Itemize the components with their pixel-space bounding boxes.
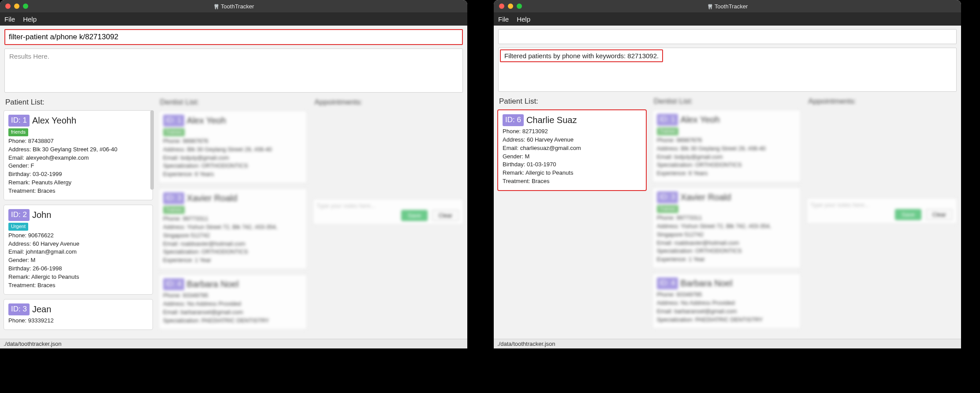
appointments-column: Appointments: Type your notes here... Sa… bbox=[313, 95, 464, 339]
dentist-card[interactable]: ID: 1 Alex Yeoh Trainee Phone: 98987676 … bbox=[158, 110, 308, 183]
patient-email: Email: charliesuaz@gmail.com bbox=[503, 144, 641, 153]
titlebar[interactable]: ToothTracker bbox=[494, 0, 961, 12]
dentist-spec: Specialization: PAEDIATRIC DENTISTRY bbox=[163, 317, 303, 325]
notes-placeholder: Type your notes here... bbox=[810, 202, 869, 208]
patient-name: Alex Yeohh bbox=[32, 114, 76, 127]
patient-list-title: Patient List: bbox=[4, 95, 155, 110]
dentist-email: Email: botjuly@gmail.com bbox=[657, 153, 797, 161]
notes-area[interactable]: Type your notes here... Save Clear bbox=[806, 198, 958, 224]
dentist-email: Email: roaldxavier@hotmail.com bbox=[163, 240, 303, 248]
patient-gender: Gender: M bbox=[503, 153, 641, 161]
dentist-exp: Experience: 1 Year bbox=[163, 256, 303, 265]
dentist-email: Email: barbaranoel@gmail.com bbox=[163, 308, 303, 317]
dentist-name: Barbara Noel bbox=[187, 278, 239, 291]
patient-email: Email: alexyeoh@example.com bbox=[8, 154, 148, 162]
patient-card[interactable]: ID: 2 John Urgent Phone: 90676622 Addres… bbox=[4, 205, 153, 295]
tag-badge: Trainee bbox=[163, 206, 185, 214]
footer-path: ./data/toothtracker.json bbox=[0, 339, 467, 348]
window-title: ToothTracker bbox=[0, 3, 467, 10]
maximize-icon[interactable] bbox=[23, 4, 28, 9]
dentist-address: Address: No Address Provided bbox=[657, 299, 797, 307]
window-title: ToothTracker bbox=[494, 3, 961, 10]
dentist-spec: Specialization: PAEDIATRIC DENTISTRY bbox=[657, 316, 797, 324]
id-chip: ID: 6 bbox=[503, 114, 524, 126]
dentist-list-title: Dentist List: bbox=[652, 94, 803, 109]
dentist-spec: Specialization: ORTHODONTICS bbox=[657, 247, 797, 255]
patient-birthday: Birthday: 03-02-1999 bbox=[8, 170, 148, 179]
dentist-phone: Phone: 99773311 bbox=[657, 214, 797, 222]
patient-list-column: Patient List: ID: 1 Alex Yeohh friends P… bbox=[4, 95, 155, 339]
patient-name: Jean bbox=[32, 303, 51, 316]
dentist-exp: Experience: 6 Years bbox=[163, 170, 303, 179]
id-chip: ID: 1 bbox=[657, 114, 678, 126]
patient-phone: Phone: 82713092 bbox=[503, 127, 641, 136]
dentist-phone: Phone: 99773311 bbox=[163, 215, 303, 223]
menubar: File Help bbox=[494, 12, 961, 26]
patient-address: Address: 60 Harvey Avenue bbox=[503, 136, 641, 144]
patient-card[interactable]: ID: 3 Jean Phone: 93339212 bbox=[4, 299, 153, 330]
patient-card[interactable]: ID: 1 Alex Yeohh friends Phone: 87438807… bbox=[4, 110, 153, 200]
tag-badge: Trainee bbox=[163, 128, 185, 136]
appointments-column: Appointments: Type your notes here... Sa… bbox=[806, 94, 958, 339]
patient-phone: Phone: 87438807 bbox=[8, 137, 148, 146]
patient-treatment: Treatment: Braces bbox=[503, 177, 641, 186]
clear-button[interactable]: Clear bbox=[432, 210, 459, 221]
dentist-address: Address: Yishun Street 72, Blk 742, #03-… bbox=[657, 222, 797, 239]
dentist-address: Address: Yishun Street 72, Blk 742, #03-… bbox=[163, 223, 303, 240]
patient-birthday: Birthday: 01-03-1970 bbox=[503, 161, 641, 169]
patient-address: Address: Blk 30 Geylang Street 29, #06-4… bbox=[8, 146, 148, 154]
dentist-name: Xavier Roald bbox=[187, 192, 238, 205]
minimize-icon[interactable] bbox=[508, 4, 513, 9]
patient-birthday: Birthday: 26-06-1998 bbox=[8, 265, 148, 273]
window-controls bbox=[494, 4, 522, 9]
save-button[interactable]: Save bbox=[895, 209, 921, 220]
id-chip: ID: 4 bbox=[163, 278, 184, 290]
dentist-card[interactable]: ID: 4 Barbara Noel Phone: 93349795 Addre… bbox=[158, 274, 308, 329]
patient-address: Address: 60 Harvey Avenue bbox=[8, 240, 148, 248]
dentist-card[interactable]: ID: 4 Barbara Noel Phone: 93349795 Addre… bbox=[652, 273, 801, 329]
id-chip: ID: 3 bbox=[163, 192, 184, 204]
notes-placeholder: Type your notes here... bbox=[317, 202, 375, 209]
titlebar[interactable]: ToothTracker bbox=[0, 0, 467, 12]
dentist-card[interactable]: ID: 3 Xavier Roald Trainee Phone: 997733… bbox=[652, 187, 801, 269]
menu-help[interactable]: Help bbox=[23, 15, 37, 23]
patient-remark: Remark: Allergic to Peanuts bbox=[8, 273, 148, 281]
menu-help[interactable]: Help bbox=[517, 15, 530, 23]
minimize-icon[interactable] bbox=[14, 4, 19, 9]
dentist-address: Address: Blk 30 Geylang Street 29, #06-4… bbox=[657, 145, 797, 153]
dentist-spec: Specialization: ORTHODONTICS bbox=[163, 248, 303, 256]
patient-card[interactable]: ID: 6 Charlie Suaz Phone: 82713092 Addre… bbox=[497, 109, 647, 191]
close-icon[interactable] bbox=[5, 4, 11, 9]
dentist-list-column: Dentist List: ID: 1 Alex Yeoh Trainee Ph… bbox=[158, 95, 309, 339]
patient-remark: Remark: Allergic to Peanuts bbox=[503, 169, 641, 177]
app-window-after: ToothTracker File Help Filtered patients… bbox=[494, 0, 961, 348]
notes-area[interactable]: Type your notes here... Save Clear bbox=[313, 198, 464, 225]
patient-gender: Gender: F bbox=[8, 162, 148, 170]
patient-remark: Remark: Peanuts Allergy bbox=[8, 179, 148, 187]
patient-name: John bbox=[32, 209, 51, 221]
menu-file[interactable]: File bbox=[498, 15, 509, 23]
menu-file[interactable]: File bbox=[4, 15, 15, 23]
tag-badge: friends bbox=[8, 128, 28, 136]
close-icon[interactable] bbox=[499, 4, 504, 9]
dentist-spec: Specialization: ORTHODONTICS bbox=[163, 162, 303, 170]
clear-button[interactable]: Clear bbox=[926, 209, 953, 220]
patient-name: Charlie Suaz bbox=[526, 114, 577, 127]
id-chip: ID: 3 bbox=[8, 303, 30, 315]
results-box: Results Here. bbox=[4, 49, 463, 93]
dentist-phone: Phone: 93349795 bbox=[657, 291, 797, 299]
dentist-card[interactable]: ID: 1 Alex Yeoh Trainee Phone: 98987676 … bbox=[652, 109, 801, 183]
tag-badge: Urgent bbox=[8, 223, 28, 231]
command-input[interactable] bbox=[4, 29, 463, 45]
maximize-icon[interactable] bbox=[517, 4, 522, 9]
scrollbar[interactable] bbox=[150, 110, 154, 190]
patient-treatment: Treatment: Braces bbox=[8, 187, 148, 195]
command-input[interactable] bbox=[498, 29, 957, 44]
dentist-card[interactable]: ID: 3 Xavier Roald Trainee Phone: 997733… bbox=[158, 188, 308, 269]
footer-path: ./data/toothtracker.json bbox=[494, 339, 961, 348]
dentist-name: Xavier Roald bbox=[681, 191, 731, 204]
dentist-spec: Specialization: ORTHODONTICS bbox=[657, 161, 797, 169]
patient-list-column: Patient List: ID: 6 Charlie Suaz Phone: … bbox=[497, 94, 648, 339]
dentist-email: Email: roaldxavier@hotmail.com bbox=[657, 239, 797, 247]
save-button[interactable]: Save bbox=[401, 210, 428, 221]
